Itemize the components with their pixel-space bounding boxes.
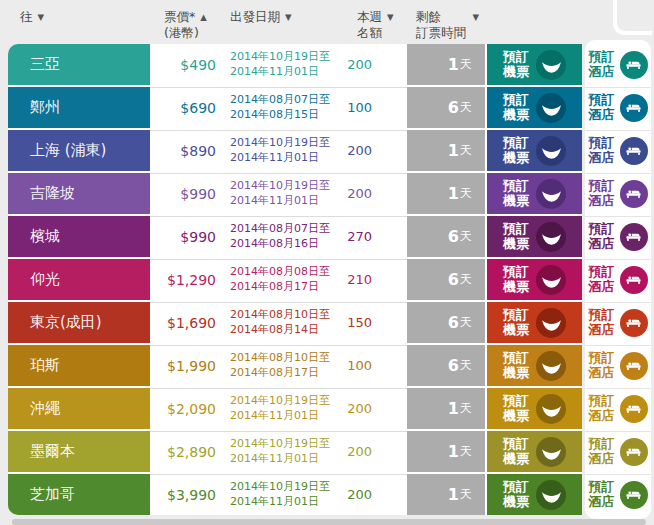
departure-date-range: 2014年10月19日至2014年11月01日	[230, 394, 330, 423]
bed-icon	[620, 438, 648, 466]
smile-icon	[536, 351, 566, 381]
fare-price-cell: $1,290	[150, 259, 222, 300]
remaining-days-unit: 天	[460, 443, 472, 460]
book-flight-button[interactable]: 預訂機票	[487, 431, 582, 472]
sort-down-icon: ▼	[472, 12, 479, 23]
smile-icon	[536, 179, 566, 209]
book-hotel-button[interactable]: 預訂酒店	[585, 87, 651, 128]
book-flight-button[interactable]: 預訂機票	[487, 474, 582, 515]
fare-row: 吉隆坡 $990 2014年10月19日至2014年11月01日 200 1 天…	[8, 173, 651, 214]
remaining-days-unit: 天	[460, 56, 472, 73]
spacer-cell	[372, 259, 407, 300]
book-hotel-button[interactable]: 預訂酒店	[585, 474, 651, 515]
book-flight-button[interactable]: 預訂機票	[487, 173, 582, 214]
book-hotel-button[interactable]: 預訂酒店	[585, 345, 651, 386]
weekly-quota-cell: 200	[342, 130, 372, 171]
destination-cell: 吉隆坡	[8, 173, 150, 214]
book-hotel-label: 預訂酒店	[589, 351, 615, 381]
remaining-days: 6	[448, 98, 459, 117]
weekly-quota: 270	[347, 229, 372, 244]
fare-row: 檳城 $990 2014年08月07日至2014年08月16日 270 6 天 …	[8, 216, 651, 257]
header-departure-date[interactable]: 出發日期 ▼	[222, 0, 342, 25]
destination-cell: 芝加哥	[8, 474, 150, 515]
book-flight-label: 預訂機票	[503, 93, 529, 123]
book-hotel-button[interactable]: 預訂酒店	[585, 44, 651, 85]
bed-icon	[620, 309, 648, 337]
weekly-quota-cell: 270	[342, 216, 372, 257]
remaining-days: 1	[448, 399, 459, 418]
book-flight-button[interactable]: 預訂機票	[487, 44, 582, 85]
bed-icon	[620, 94, 648, 122]
bed-icon	[620, 223, 648, 251]
book-flight-button[interactable]: 預訂機票	[487, 259, 582, 300]
destination-label: 檳城	[30, 227, 60, 246]
book-flight-button[interactable]: 預訂機票	[487, 345, 582, 386]
departure-date-cell: 2014年10月19日至2014年11月01日	[222, 474, 342, 515]
remaining-time-cell: 1 天	[407, 130, 487, 171]
departure-date-range: 2014年10月19日至2014年11月01日	[230, 179, 330, 208]
weekly-quota-cell: 210	[342, 259, 372, 300]
header-weekly-quota[interactable]: 本週 ▼ 名額	[342, 0, 407, 42]
book-flight-label: 預訂機票	[503, 50, 529, 80]
fare-price: $1,990	[167, 358, 216, 374]
book-flight-button[interactable]: 預訂機票	[487, 302, 582, 343]
fare-row: 東京(成田) $1,690 2014年08月10日至2014年08月14日 15…	[8, 302, 651, 343]
departure-date-cell: 2014年10月19日至2014年11月01日	[222, 130, 342, 171]
book-hotel-button[interactable]: 預訂酒店	[585, 259, 651, 300]
spacer-cell	[372, 216, 407, 257]
fare-table-page: 往 ▼ 票價* ▲ (港幣) 出發日期 ▼ 本週 ▼ 名額	[0, 0, 654, 525]
book-hotel-button[interactable]: 預訂酒店	[585, 388, 651, 429]
fare-price: $690	[180, 100, 216, 116]
destination-label: 鄭州	[30, 98, 60, 117]
weekly-quota-cell: 200	[342, 44, 372, 85]
spacer-cell	[372, 345, 407, 386]
book-hotel-button[interactable]: 預訂酒店	[585, 431, 651, 472]
fare-rows: 三亞 $490 2014年10月19日至2014年11月01日 200 1 天 …	[8, 44, 651, 515]
header-fare-currency: (港幣)	[164, 25, 222, 41]
destination-label: 仰光	[30, 270, 60, 289]
destination-label: 芝加哥	[30, 485, 75, 504]
remaining-time-cell: 6 天	[407, 87, 487, 128]
remaining-time-cell: 1 天	[407, 431, 487, 472]
header-fare[interactable]: 票價* ▲ (港幣)	[150, 0, 222, 42]
book-hotel-label: 預訂酒店	[589, 222, 615, 252]
header-destination[interactable]: 往 ▼	[8, 0, 150, 25]
book-flight-button[interactable]: 預訂機票	[487, 130, 582, 171]
fare-price: $990	[180, 186, 216, 202]
book-flight-button[interactable]: 預訂機票	[487, 87, 582, 128]
departure-date-cell: 2014年08月10日至2014年08月14日	[222, 302, 342, 343]
destination-label: 東京(成田)	[30, 313, 102, 332]
spacer-cell	[372, 431, 407, 472]
departure-date-cell: 2014年10月19日至2014年11月01日	[222, 431, 342, 472]
fare-price-cell: $2,890	[150, 431, 222, 472]
remaining-days: 6	[448, 227, 459, 246]
book-flight-button[interactable]: 預訂機票	[487, 216, 582, 257]
sort-down-icon: ▼	[387, 12, 394, 23]
weekly-quota-cell: 200	[342, 388, 372, 429]
book-hotel-button[interactable]: 預訂酒店	[585, 216, 651, 257]
departure-date-range: 2014年08月07日至2014年08月15日	[230, 93, 330, 122]
fare-row: 墨爾本 $2,890 2014年10月19日至2014年11月01日 200 1…	[8, 431, 651, 472]
book-hotel-button[interactable]: 預訂酒店	[585, 130, 651, 171]
book-hotel-label: 預訂酒店	[589, 308, 615, 338]
book-flight-label: 預訂機票	[503, 480, 529, 510]
remaining-time-cell: 1 天	[407, 388, 487, 429]
book-flight-label: 預訂機票	[503, 394, 529, 424]
book-hotel-label: 預訂酒店	[589, 50, 615, 80]
weekly-quota: 100	[347, 358, 372, 373]
destination-label: 沖繩	[30, 399, 60, 418]
book-flight-label: 預訂機票	[503, 437, 529, 467]
header-fare-label: 票價*	[164, 9, 195, 25]
fare-row: 鄭州 $690 2014年08月07日至2014年08月15日 100 6 天 …	[8, 87, 651, 128]
bottom-scrollbar[interactable]	[12, 519, 646, 525]
book-hotel-button[interactable]: 預訂酒店	[585, 173, 651, 214]
header-remaining-time[interactable]: 剩餘 ▼ 訂票時間	[407, 0, 487, 42]
remaining-days-unit: 天	[460, 400, 472, 417]
weekly-quota-cell: 200	[342, 173, 372, 214]
book-hotel-button[interactable]: 預訂酒店	[585, 302, 651, 343]
book-flight-button[interactable]: 預訂機票	[487, 388, 582, 429]
departure-date-cell: 2014年08月07日至2014年08月15日	[222, 87, 342, 128]
fare-row: 仰光 $1,290 2014年08月08日至2014年08月17日 210 6 …	[8, 259, 651, 300]
book-hotel-label: 預訂酒店	[589, 265, 615, 295]
fare-price: $1,690	[167, 315, 216, 331]
